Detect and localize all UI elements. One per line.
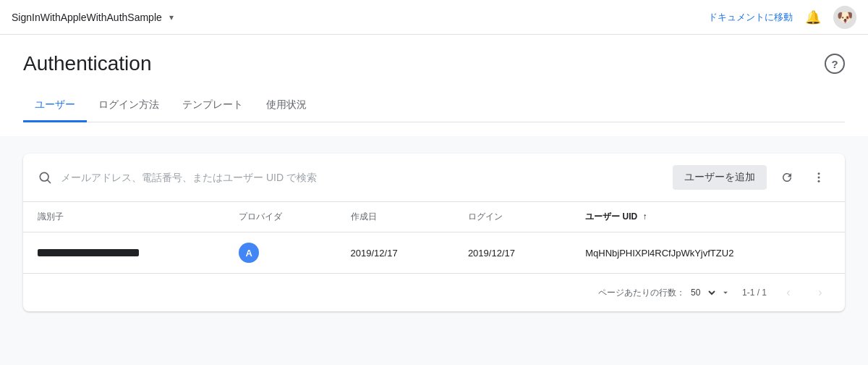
col-provider: プロバイダ [224, 202, 336, 232]
top-bar-right: ドキュメントに移動 🔔 🐶 [708, 6, 856, 29]
redacted-identifier [38, 249, 139, 256]
col-login: ログイン [454, 202, 571, 232]
users-card: ユーザーを追加 識別子 プロバイダ 作成日 [23, 154, 845, 311]
table-row[interactable]: A 2019/12/17 2019/12/17 MqHNbjPHIXPl4RCf… [23, 232, 845, 274]
help-icon[interactable]: ? [825, 54, 845, 74]
pagination-row: ページあたりの行数： 50 10 25 100 1-1 / 1 ‹ › [23, 273, 845, 311]
search-row: ユーザーを追加 [23, 154, 845, 202]
cell-login: 2019/12/17 [454, 232, 571, 274]
cell-identifier [23, 232, 224, 274]
rows-per-page: ページあたりの行数： 50 10 25 100 [598, 287, 731, 299]
col-created: 作成日 [336, 202, 454, 232]
svg-line-1 [48, 180, 51, 183]
rows-per-page-label: ページあたりの行数： [598, 287, 685, 299]
bell-icon[interactable]: 🔔 [804, 9, 822, 26]
top-bar: SignInWithAppleWithAuthSample ▾ ドキュメントに移… [0, 0, 868, 35]
more-options-icon[interactable] [807, 166, 830, 189]
tabs: ユーザー ログイン方法 テンプレート 使用状況 [23, 90, 845, 122]
page-title: Authentication [23, 52, 151, 75]
search-icon [38, 170, 52, 185]
page-title-row: Authentication ? [23, 52, 845, 75]
search-input[interactable] [61, 172, 664, 183]
tab-usage[interactable]: 使用状況 [255, 90, 318, 122]
top-bar-left: SignInWithAppleWithAuthSample ▾ [12, 11, 178, 24]
tab-login[interactable]: ログイン方法 [87, 90, 171, 122]
provider-badge: A [239, 243, 259, 263]
select-chevron-icon [720, 288, 731, 298]
svg-point-3 [818, 177, 820, 179]
avatar[interactable]: 🐶 [833, 6, 856, 29]
svg-point-4 [818, 180, 820, 182]
sort-arrow-icon: ↑ [643, 211, 647, 222]
project-name[interactable]: SignInWithAppleWithAuthSample [12, 12, 162, 23]
doc-link[interactable]: ドキュメントに移動 [708, 11, 793, 24]
col-identifier: 識別子 [23, 202, 224, 232]
table-header-row: 識別子 プロバイダ 作成日 ログイン ユーザー UID ↑ [23, 202, 845, 232]
main-content: Authentication ? ユーザー ログイン方法 テンプレート 使用状況 [0, 35, 868, 136]
add-user-button[interactable]: ユーザーを追加 [673, 165, 767, 190]
page-info: 1-1 / 1 [742, 288, 767, 298]
content-area: ユーザーを追加 識別子 プロバイダ 作成日 [0, 136, 868, 329]
cell-provider: A [224, 232, 336, 274]
tab-templates[interactable]: テンプレート [171, 90, 255, 122]
col-uid[interactable]: ユーザー UID ↑ [571, 202, 845, 232]
next-page-button[interactable]: › [810, 282, 830, 303]
tab-users[interactable]: ユーザー [23, 90, 87, 122]
users-table: 識別子 プロバイダ 作成日 ログイン ユーザー UID ↑ [23, 202, 845, 273]
cell-uid: MqHNbjPHIXPl4RCfJpWkYjvfTZU2 [571, 232, 845, 274]
refresh-icon[interactable] [775, 166, 799, 189]
prev-page-button[interactable]: ‹ [778, 282, 799, 303]
rows-per-page-select[interactable]: 50 10 25 100 [688, 287, 718, 298]
svg-point-2 [818, 172, 820, 175]
cell-created: 2019/12/17 [336, 232, 454, 274]
chevron-down-icon[interactable]: ▾ [165, 11, 178, 24]
